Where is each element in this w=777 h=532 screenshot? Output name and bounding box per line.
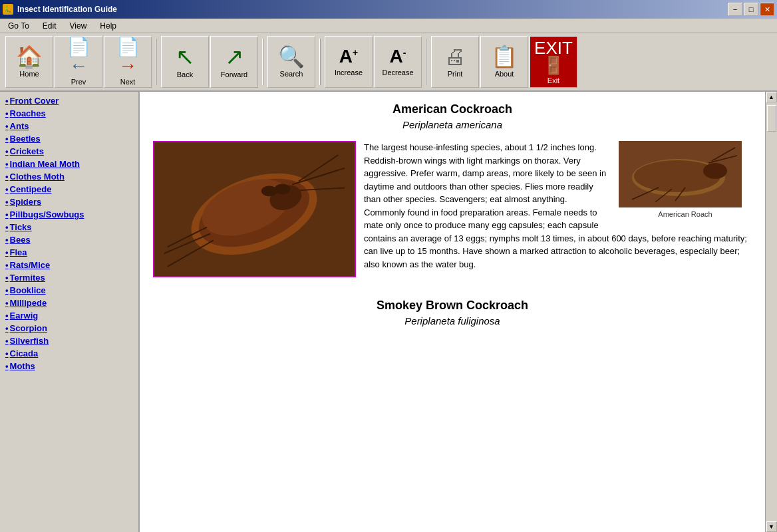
cockroach-main-svg xyxy=(154,141,355,277)
scroll-thumb[interactable] xyxy=(767,105,776,132)
exit-button[interactable]: EXIT🚪 Exit xyxy=(530,36,577,88)
decrease-button[interactable]: A- Decrease xyxy=(374,36,422,88)
insect2-subtitle: Periplaneta fuliginosa xyxy=(153,315,752,327)
forward-icon: ↗ xyxy=(225,45,243,68)
close-button[interactable]: ✕ xyxy=(760,3,774,16)
insect1-main-image xyxy=(153,141,356,277)
insect2-title: Smokey Brown Cockroach xyxy=(153,299,752,313)
decrease-icon: A- xyxy=(390,47,406,66)
main-area: Front Cover Roaches Ants Beetles Cricket… xyxy=(0,92,777,532)
title-bar: 🐛 Insect Identification Guide − □ ✕ xyxy=(0,0,777,19)
about-button[interactable]: 📋 About xyxy=(480,36,528,88)
about-icon: 📋 xyxy=(491,46,518,67)
back-button[interactable]: ↖ Back xyxy=(161,36,209,88)
insect1-subtitle: Periplaneta americana xyxy=(153,119,752,130)
sidebar-item-spiders[interactable]: Spiders xyxy=(0,196,138,208)
back-icon: ↖ xyxy=(176,45,194,68)
home-button[interactable]: 🏠 Home xyxy=(5,36,53,88)
prev-icon: 📄← xyxy=(58,38,99,75)
scroll-up-button[interactable]: ▲ xyxy=(766,92,777,102)
sidebar-item-silverfish[interactable]: Silverfish xyxy=(0,334,138,347)
separator-1 xyxy=(156,39,157,85)
sidebar-item-front-cover[interactable]: Front Cover xyxy=(0,94,138,107)
prev-button[interactable]: 📄← Prev xyxy=(55,36,102,88)
insect1-side-image: American Roach xyxy=(619,141,752,218)
forward-button[interactable]: ↗ Forward xyxy=(210,36,258,88)
print-button[interactable]: 🖨 Print xyxy=(431,36,479,88)
sidebar-item-clothes-moth[interactable]: Clothes Moth xyxy=(0,170,138,183)
exit-label: Exit xyxy=(547,76,559,84)
sidebar-item-bees[interactable]: Bees xyxy=(0,233,138,246)
app-icon: 🐛 xyxy=(3,4,13,15)
sidebar-item-roaches[interactable]: Roaches xyxy=(0,107,138,120)
roach-side-svg-container xyxy=(619,141,742,207)
decrease-label: Decrease xyxy=(382,68,413,76)
svg-point-21 xyxy=(703,163,727,179)
about-label: About xyxy=(495,70,514,78)
menu-goto[interactable]: Go To xyxy=(3,20,35,32)
maximize-button[interactable]: □ xyxy=(744,3,758,16)
sidebar-item-pillbugs[interactable]: Pillbugs/Sowbugs xyxy=(0,208,138,221)
menu-bar: Go To Edit View Help xyxy=(0,19,777,33)
sidebar-item-indian-meal-moth[interactable]: Indian Meal Moth xyxy=(0,158,138,170)
sidebar-item-beetles[interactable]: Beetles xyxy=(0,132,138,145)
home-icon: 🏠 xyxy=(16,46,43,67)
separator-4 xyxy=(426,39,427,85)
next-icon: 📄→ xyxy=(107,38,148,75)
sidebar-item-ants[interactable]: Ants xyxy=(0,120,138,132)
separator-3 xyxy=(319,39,321,85)
home-label: Home xyxy=(19,70,39,78)
insect1-title: American Cockroach xyxy=(153,102,752,116)
increase-icon: A+ xyxy=(339,47,358,66)
insect1-content: American Roach The largest house-infesti… xyxy=(153,141,752,283)
insect2-section: Smokey Brown Cockroach Periplaneta fulig… xyxy=(153,299,752,327)
window-controls: − □ ✕ xyxy=(728,3,774,16)
menu-edit[interactable]: Edit xyxy=(37,20,62,32)
sidebar-item-centipede[interactable]: Centipede xyxy=(0,183,138,196)
menu-help[interactable]: Help xyxy=(94,20,122,32)
content-area: American Cockroach Periplaneta americana xyxy=(140,92,765,532)
scrollbar[interactable]: ▲ ▼ xyxy=(765,92,777,532)
minimize-button[interactable]: − xyxy=(728,3,742,16)
search-label: Search xyxy=(280,70,303,78)
search-icon: 🔍 xyxy=(278,46,305,67)
separator-2 xyxy=(262,39,263,85)
toolbar: 🏠 Home 📄← Prev 📄→ Next ↖ Back ↗ Forward … xyxy=(0,33,777,92)
increase-button[interactable]: A+ Increase xyxy=(325,36,373,88)
print-label: Print xyxy=(448,70,463,78)
sidebar-item-rats-mice[interactable]: Rats/Mice xyxy=(0,259,138,271)
exit-icon: EXIT🚪 xyxy=(534,39,573,74)
insect1-caption: American Roach xyxy=(619,210,752,218)
svg-point-12 xyxy=(275,184,291,195)
scroll-down-button[interactable]: ▼ xyxy=(766,521,777,532)
next-button[interactable]: 📄→ Next xyxy=(104,36,152,88)
back-label: Back xyxy=(177,70,193,78)
sidebar-item-crickets[interactable]: Crickets xyxy=(0,145,138,158)
menu-view[interactable]: View xyxy=(65,20,92,32)
sidebar-item-ticks[interactable]: Ticks xyxy=(0,221,138,233)
sidebar-item-flea[interactable]: Flea xyxy=(0,246,138,259)
sidebar-item-millipede[interactable]: Millipede xyxy=(0,297,138,309)
sidebar-item-booklice[interactable]: Booklice xyxy=(0,284,138,297)
svg-point-11 xyxy=(261,186,277,196)
sidebar: Front Cover Roaches Ants Beetles Cricket… xyxy=(0,92,140,532)
sidebar-item-earwig[interactable]: Earwig xyxy=(0,309,138,322)
search-button[interactable]: 🔍 Search xyxy=(267,36,315,88)
forward-label: Forward xyxy=(221,70,247,78)
prev-label: Prev xyxy=(71,78,86,86)
sidebar-item-termites[interactable]: Termites xyxy=(0,271,138,284)
sidebar-item-scorpion[interactable]: Scorpion xyxy=(0,322,138,334)
window-title: Insect Identification Guide xyxy=(17,5,117,14)
increase-label: Increase xyxy=(335,68,363,76)
sidebar-item-moths[interactable]: Moths xyxy=(0,360,138,372)
cockroach-side-svg xyxy=(619,141,742,207)
print-icon: 🖨 xyxy=(444,46,466,67)
next-label: Next xyxy=(120,78,136,86)
sidebar-item-cicada[interactable]: Cicada xyxy=(0,347,138,360)
insect1-section: American Cockroach Periplaneta americana xyxy=(153,102,752,283)
